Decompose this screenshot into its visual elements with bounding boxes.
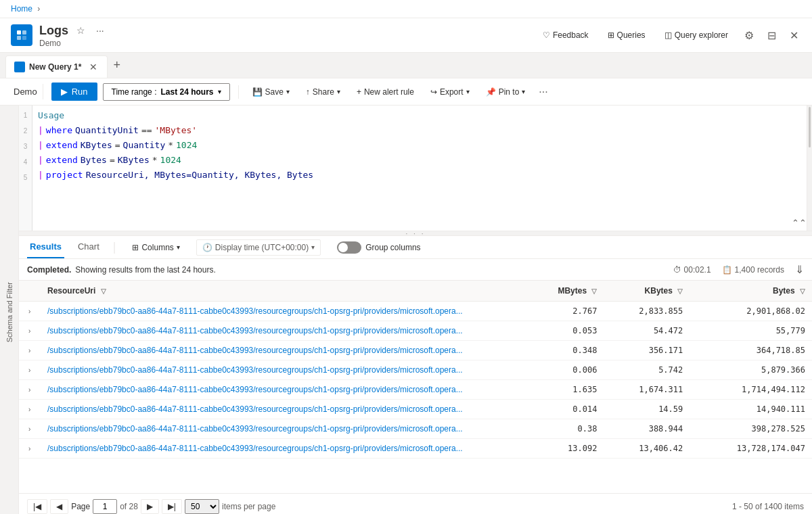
filter-icon-mbytes[interactable]: ▽ [591,287,597,295]
row-expand-button[interactable]: › [26,327,33,335]
resource-uri-cell: /subscriptions/ebb79bc0-aa86-44a7-8111-c… [41,439,525,459]
query-tab-1[interactable]: New Query 1* ✕ [5,55,108,78]
prev-page-button[interactable]: ◀ [50,499,68,514]
resource-uri-cell: /subscriptions/ebb79bc0-aa86-44a7-8111-c… [41,360,525,380]
home-link[interactable]: Home [11,4,32,14]
mbytes-cell: 0.348 [525,341,604,360]
time-range-button[interactable]: Time range : Last 24 hours ▾ [103,83,230,101]
bytes-cell: 2,901,868.02 [690,302,812,321]
row-expand-button[interactable]: › [26,406,33,413]
favorite-button[interactable]: ☆ [74,22,88,39]
group-columns-toggle-switch[interactable] [337,241,361,254]
expand-col [19,281,41,302]
run-button[interactable]: ▶ Run [51,83,97,101]
toolbar-separator-1 [238,85,239,99]
header-icons: ♡ Feedback ⊞ Queries ◫ Query explorer ⚙ … [537,26,801,45]
row-expand-button[interactable]: › [26,445,33,452]
feedback-button[interactable]: ♡ Feedback [537,27,594,43]
toggle-knob [338,243,348,252]
mbytes-cell: 0.38 [525,419,604,439]
status-bar: Completed. Showing results from the last… [19,259,812,281]
tab-close-button[interactable]: ✕ [88,62,99,72]
share-chevron-icon: ▾ [337,88,340,95]
queries-icon: ⊞ [608,30,614,40]
kbytes-cell: 388.944 [604,419,690,439]
display-time-button[interactable]: 🕐 Display time (UTC+00:00) ▾ [196,239,321,256]
save-chevron-icon: ▾ [286,88,290,95]
results-tab[interactable]: Results [27,236,64,258]
filter-icon-kbytes[interactable]: ▽ [677,287,683,295]
expand-all-button[interactable]: ⇓ [795,263,804,276]
toolbar: Demo ▶ Run Time range : Last 24 hours ▾ … [0,78,812,106]
app-subtitle: Demo [39,39,537,48]
code-editor[interactable]: Usage | where QuantityUnit == 'MBytes' |… [32,106,807,231]
queries-button[interactable]: ⊞ Queries [602,27,651,43]
resize-handle[interactable]: · · · [19,231,812,236]
resource-uri-cell: /subscriptions/ebb79bc0-aa86-44a7-8111-c… [41,419,525,439]
columns-chevron-icon: ▾ [177,243,180,251]
bytes-cell: 398,278.525 [690,419,812,439]
bytes-cell: 14,940.111 [690,400,812,419]
main-layout: Schema and Filter 1 2 3 4 5 Usage | wher… [0,106,812,514]
per-page-select[interactable]: 50 100 200 [185,499,219,514]
new-tab-button[interactable]: + [108,55,126,75]
settings-button[interactable]: ⚙ [742,26,757,45]
app-icon [11,24,32,46]
page-input[interactable] [93,499,117,514]
status-completed: Completed. [27,265,71,275]
filter-icon-resource[interactable]: ▽ [101,287,106,295]
app-title-block: Logs ☆ ··· Demo [39,22,537,48]
timer-icon: ⏱ [673,265,681,275]
next-page-button[interactable]: ▶ [141,499,159,514]
filter-icon-bytes[interactable]: ▽ [800,287,805,295]
heart-icon: ♡ [543,30,550,40]
editor-scrollbar[interactable] [807,106,812,231]
scrollbar-thumb[interactable] [809,107,811,147]
content-area: 1 2 3 4 5 Usage | where QuantityUnit == … [19,106,812,514]
row-expand-button[interactable]: › [26,425,33,433]
share-button[interactable]: ↑ Share ▾ [300,84,346,100]
results-table-container: ResourceUri ▽ MBytes ▽ KBytes ▽ Bytes ▽ [19,281,812,493]
toolbar-more-button[interactable]: ··· [536,83,550,101]
code-line-5: | project ResourceUri, MBytes=Quantity, … [38,168,801,183]
time-elapsed: ⏱ 00:02.1 [673,265,711,275]
new-alert-button[interactable]: + New alert rule [351,84,420,100]
first-page-button[interactable]: |◀ [27,499,47,514]
mbytes-cell: 0.053 [525,321,604,341]
pin-to-button[interactable]: 📌 Pin to ▾ [480,84,531,100]
pin-icon: 📌 [486,87,496,97]
code-line-2: | where QuantityUnit == 'MBytes' [38,123,801,138]
row-expand-button[interactable]: › [26,308,33,315]
close-button[interactable]: ✕ [787,26,801,45]
table-body: › /subscriptions/ebb79bc0-aa86-44a7-8111… [19,302,812,459]
schema-filter-panel[interactable]: Schema and Filter [0,106,19,514]
mbytes-header: MBytes ▽ [525,281,604,302]
results-tabs: Results Chart | ⊞ Columns ▾ 🕐 Display ti… [19,236,812,259]
collapse-button[interactable]: ⌃⌃ [792,218,807,228]
tab-icon [14,62,25,72]
columns-button[interactable]: ⊞ Columns ▾ [127,240,185,255]
svg-rect-1 [22,30,26,34]
query-explorer-button[interactable]: ◫ Query explorer [659,27,734,43]
app-title-text: Logs [39,24,68,38]
page-label: Page [71,502,90,511]
resource-uri-cell: /subscriptions/ebb79bc0-aa86-44a7-8111-c… [41,321,525,341]
items-per-page-label: items per page [222,502,275,511]
kbytes-cell: 14.59 [604,400,690,419]
more-options-button[interactable]: ··· [93,22,107,39]
row-expand-button[interactable]: › [26,386,33,394]
view-toggle-button[interactable]: ⊟ [765,26,779,45]
save-button[interactable]: 💾 Save ▾ [247,84,295,100]
last-page-button[interactable]: ▶| [162,499,182,514]
chart-tab[interactable]: Chart [75,236,102,258]
scope-label: Demo [8,84,43,99]
row-expand-button[interactable]: › [26,347,33,354]
line-gutter: 1 2 3 4 5 [19,106,32,231]
export-button[interactable]: ↪ Export ▾ [425,84,475,100]
run-icon: ▶ [61,87,68,97]
page-of-label: of 28 [120,502,138,511]
row-expand-button[interactable]: › [26,367,33,374]
status-right: ⏱ 00:02.1 📋 1,400 records ⇓ [673,263,804,276]
resource-uri-cell: /subscriptions/ebb79bc0-aa86-44a7-8111-c… [41,380,525,400]
svg-rect-3 [22,36,26,40]
